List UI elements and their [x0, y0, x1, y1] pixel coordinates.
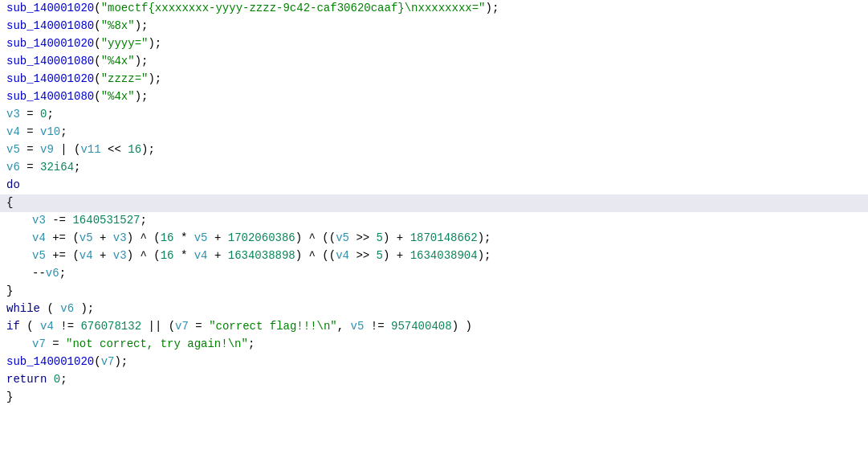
code-token: ); [114, 354, 128, 370]
code-token: ); [486, 0, 499, 17]
code-token: do [6, 177, 20, 194]
code-token: != [364, 318, 391, 335]
code-token: ) ^ ( [127, 230, 161, 247]
code-token: ); [141, 141, 155, 158]
code-token: ( [94, 88, 100, 105]
code-token: * [174, 230, 194, 247]
code-view: sub_140001020("moectf{xxxxxxxx-yyyy-zzzz… [0, 0, 868, 458]
code-token: ); [478, 247, 491, 264]
code-token: || ( [141, 318, 175, 335]
code-token: ) ) [452, 318, 472, 335]
code-token: { [6, 194, 13, 211]
code-token: ; [59, 265, 66, 282]
code-token: sub_140001020 [6, 354, 94, 370]
code-token: += ( [46, 247, 79, 264]
code-token: sub_140001020 [6, 71, 94, 88]
code-line: --v6; [0, 265, 868, 283]
code-token: sub_140001020 [6, 35, 94, 52]
code-line: v4 += (v5 + v3) ^ (16 * v5 + 1702060386)… [0, 230, 868, 247]
code-token: ) + [383, 247, 410, 264]
code-line: return 0; [0, 371, 868, 389]
code-line: v4 = v10; [0, 124, 868, 141]
code-token: v5 [351, 318, 365, 335]
code-token: ( [94, 71, 100, 88]
code-token: ) ^ ( [127, 247, 161, 264]
code-line: sub_140001020("moectf{xxxxxxxx-yyyy-zzzz… [0, 0, 868, 18]
code-token: ) ^ (( [295, 230, 336, 247]
code-token: + [208, 230, 228, 247]
code-token: ; [140, 212, 146, 229]
code-token: 5 [377, 230, 383, 247]
code-token: = [20, 124, 40, 141]
code-token: 0 [40, 106, 47, 123]
code-token: "%4x" [101, 53, 135, 70]
code-token: v4 [6, 124, 20, 141]
code-token: 676078132 [80, 318, 141, 335]
code-token: v4 [336, 247, 349, 264]
code-line: sub_140001020("zzzz="); [0, 71, 868, 88]
code-token: v7 [101, 354, 115, 370]
code-token: -- [32, 265, 46, 282]
code-token: 16 [161, 247, 174, 264]
code-token: sub_140001080 [6, 18, 94, 35]
code-token: 16 [128, 141, 141, 158]
code-token: ( [20, 318, 40, 335]
code-token [47, 371, 53, 388]
code-line: sub_140001080("%8x"); [0, 18, 868, 35]
code-token: v10 [40, 124, 60, 141]
code-token: v6 [60, 301, 74, 317]
code-token: 1634038904 [410, 247, 478, 264]
code-token: ( [94, 0, 100, 17]
code-token: ) + [383, 230, 410, 247]
code-line: v3 -= 1640531527; [0, 212, 868, 230]
code-line: sub_140001080("%4x"); [0, 53, 868, 71]
code-token: v6 [6, 159, 20, 176]
code-token: ; [60, 124, 67, 141]
code-token: v5 [6, 141, 20, 158]
code-token: v4 [40, 318, 54, 335]
code-token: ); [135, 53, 149, 70]
code-token: sub_140001080 [6, 88, 94, 105]
code-token: = [189, 318, 209, 335]
code-token: 0 [54, 371, 60, 388]
code-line: sub_140001020("yyyy="); [0, 35, 868, 53]
code-line: } [0, 283, 868, 301]
code-token: >> [349, 230, 377, 247]
code-token: v3 [113, 247, 127, 264]
code-token: sub_140001080 [6, 53, 94, 70]
code-token: -= [46, 212, 73, 229]
code-token: "%4x" [101, 88, 135, 105]
code-token: ); [135, 88, 149, 105]
code-token: ); [74, 301, 94, 317]
code-line: sub_140001080("%4x"); [0, 88, 868, 106]
code-token: v5 [32, 247, 46, 264]
code-token: * [174, 247, 194, 264]
code-token: + [93, 230, 113, 247]
code-token: , [337, 318, 351, 335]
code-token: "not correct, try again!\n" [66, 336, 248, 353]
code-token: ); [478, 230, 491, 247]
code-token: "yyyy=" [101, 35, 149, 52]
code-token: v7 [175, 318, 189, 335]
code-token: sub_140001020 [6, 0, 94, 17]
code-token: = [46, 336, 66, 353]
code-token: v3 [32, 212, 46, 229]
code-token: v7 [32, 336, 46, 353]
code-token: v4 [79, 247, 93, 264]
code-token: ( [94, 354, 100, 370]
code-token: ) ^ (( [295, 247, 336, 264]
code-token: ; [248, 336, 255, 353]
code-token: "moectf{xxxxxxxx-yyyy-zzzz-9c42-caf30620… [101, 0, 486, 17]
code-line: v5 += (v4 + v3) ^ (16 * v4 + 1634038898)… [0, 247, 868, 265]
code-line: { [0, 194, 868, 212]
code-token: v11 [80, 141, 100, 158]
code-line: v7 = "not correct, try again!\n"; [0, 336, 868, 354]
code-line: v6 = 32i64; [0, 159, 868, 177]
code-token: "%8x" [101, 18, 135, 35]
code-line: } [0, 389, 868, 407]
code-line: v3 = 0; [0, 106, 868, 124]
code-token: << [101, 141, 128, 158]
code-token: "zzzz=" [101, 71, 149, 88]
code-token: 16 [161, 230, 174, 247]
code-token: >> [349, 247, 377, 264]
